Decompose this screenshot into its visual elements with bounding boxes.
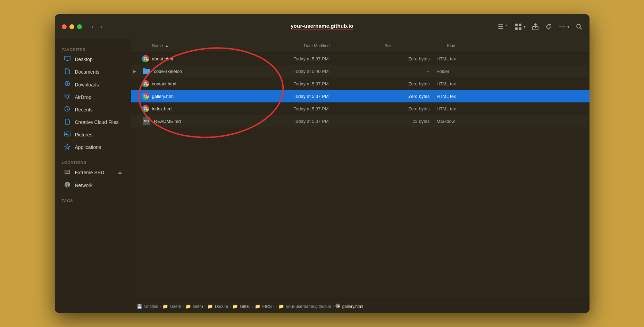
maximize-button[interactable] xyxy=(77,24,82,29)
breadcrumb-separator: › xyxy=(204,304,206,309)
file-name-col: MD README.md xyxy=(138,116,291,126)
breadcrumb-item[interactable]: 📁 Docum xyxy=(207,304,228,309)
breadcrumb-separator: › xyxy=(252,304,253,309)
breadcrumb-item[interactable]: 📁 instru xyxy=(185,304,203,309)
documents-label: Documents xyxy=(75,69,100,75)
breadcrumb-label: gallery.html xyxy=(342,304,363,309)
file-name: code-skeleton xyxy=(154,69,182,74)
file-kind: HTML tex xyxy=(437,56,589,61)
svg-point-8 xyxy=(563,26,564,27)
file-size: 22 bytes xyxy=(374,119,437,124)
folder-icon: 📁 xyxy=(185,304,191,309)
breadcrumb-separator: › xyxy=(333,304,334,309)
sidebar: Favorites Desktop Documents xyxy=(55,39,131,313)
md-file-icon: MD xyxy=(142,116,151,126)
file-size: Zero bytes xyxy=(374,94,437,99)
breadcrumb-label: your-username.github.io xyxy=(286,304,331,309)
sidebar-item-desktop[interactable]: Desktop xyxy=(57,53,129,65)
col-kind-header[interactable]: Kind xyxy=(447,43,589,48)
sidebar-item-recents[interactable]: Recents xyxy=(57,103,129,116)
table-row[interactable]: gallery.html Today at 5:37 PM Zero bytes… xyxy=(131,90,589,102)
breadcrumb-separator: › xyxy=(183,304,184,309)
table-row[interactable]: contact.html Today at 5:37 PM Zero bytes… xyxy=(131,77,589,90)
breadcrumb-label: FIRST xyxy=(262,304,275,309)
column-headers: Name ▲ Date Modified Size Kind xyxy=(131,39,589,52)
chrome-breadcrumb-icon xyxy=(335,303,340,309)
chrome-file-icon xyxy=(142,92,149,100)
chrome-file-icon xyxy=(142,55,149,62)
traffic-lights xyxy=(62,24,82,29)
file-kind: Folder xyxy=(437,69,589,74)
breadcrumb-item[interactable]: 💾 Untitled xyxy=(137,304,159,309)
disk-icon: 💾 xyxy=(137,304,142,309)
col-size-header[interactable]: Size xyxy=(385,43,447,48)
col-name-header[interactable]: Name ▲ xyxy=(131,43,301,48)
file-name: gallery.html xyxy=(152,94,175,99)
expand-arrow[interactable]: ▶ xyxy=(131,69,138,74)
creative-cloud-label: Creative Cloud Files xyxy=(75,119,119,125)
sidebar-item-documents[interactable]: Documents xyxy=(57,66,129,78)
svg-rect-0 xyxy=(515,24,518,26)
airdrop-label: AirDrop xyxy=(75,94,91,100)
back-button[interactable]: ‹ xyxy=(89,22,97,32)
file-date: Today at 5:37 PM xyxy=(291,81,374,86)
file-name: contact.html xyxy=(152,81,176,86)
file-name-col: about.html xyxy=(138,55,291,62)
applications-label: Applications xyxy=(75,144,101,150)
table-row[interactable]: about.html Today at 5:37 PM Zero bytes H… xyxy=(131,52,589,65)
breadcrumb-item[interactable]: 📁 FIRST xyxy=(255,304,275,309)
recents-label: Recents xyxy=(75,107,93,112)
breadcrumb-item-active[interactable]: gallery.html xyxy=(335,303,363,309)
col-date-header[interactable]: Date Modified xyxy=(301,43,385,48)
table-row[interactable]: ▶ code-skeleton Today at 5:40 PM - xyxy=(131,65,589,77)
breadcrumb-separator: › xyxy=(160,304,161,309)
svg-rect-2 xyxy=(515,27,518,30)
close-button[interactable] xyxy=(62,24,67,29)
breadcrumb-label: GitHu xyxy=(240,304,251,309)
nav-buttons: ‹ › xyxy=(89,22,106,32)
svg-point-7 xyxy=(561,26,562,27)
pictures-icon xyxy=(64,131,71,138)
sidebar-item-airdrop[interactable]: AirDrop xyxy=(57,91,129,103)
sidebar-item-applications[interactable]: Applications xyxy=(57,141,129,153)
window-title: your-username.github.io xyxy=(291,23,353,29)
svg-point-27 xyxy=(144,95,147,97)
sidebar-item-extreme-ssd[interactable]: Extreme SSD ⏏ xyxy=(57,166,129,179)
more-icon[interactable]: ▾ xyxy=(558,23,569,30)
minimize-button[interactable] xyxy=(69,24,74,29)
forward-button[interactable]: › xyxy=(98,22,106,32)
folder-icon: 📁 xyxy=(162,304,168,309)
statusbar: 💾 Untitled › 📁 Users › 📁 instru › xyxy=(131,300,589,313)
breadcrumb-label: Untitled xyxy=(144,304,159,309)
file-date: Today at 5:37 PM xyxy=(291,119,374,124)
breadcrumb-item[interactable]: 📁 Users xyxy=(162,304,181,309)
search-icon[interactable] xyxy=(576,23,583,30)
downloads-label: Downloads xyxy=(75,82,99,87)
svg-point-30 xyxy=(144,108,147,110)
airdrop-icon xyxy=(64,94,71,101)
main-content: Favorites Desktop Documents xyxy=(55,39,589,313)
svg-point-33 xyxy=(337,305,338,307)
eject-icon[interactable]: ⏏ xyxy=(118,170,122,175)
md-icon: MD xyxy=(143,117,150,125)
sidebar-item-creative-cloud[interactable]: Creative Cloud Files xyxy=(57,116,129,128)
file-name: index.html xyxy=(152,106,173,111)
file-size: Zero bytes xyxy=(374,106,437,111)
svg-point-24 xyxy=(144,83,147,85)
table-row[interactable]: MD README.md Today at 5:37 PM 22 bytes M… xyxy=(131,115,589,127)
breadcrumb-item[interactable]: 📁 GitHu xyxy=(232,304,251,309)
tag-icon[interactable] xyxy=(545,23,552,30)
locations-label: Locations xyxy=(55,158,131,166)
sidebar-item-pictures[interactable]: Pictures xyxy=(57,129,129,141)
file-list: about.html Today at 5:37 PM Zero bytes H… xyxy=(131,52,589,300)
table-row[interactable]: index.html Today at 5:37 PM Zero bytes H… xyxy=(131,102,589,115)
svg-point-21 xyxy=(144,58,147,60)
grid-view-icon[interactable]: ▾ xyxy=(515,23,526,31)
sidebar-item-network[interactable]: Network xyxy=(57,179,129,192)
sidebar-item-downloads[interactable]: Downloads xyxy=(57,78,129,91)
file-area-wrapper: Name ▲ Date Modified Size Kind xyxy=(131,39,589,313)
share-icon[interactable] xyxy=(532,23,539,31)
finder-window: ‹ › your-username.github.io ☰ ⌃ ▾ xyxy=(55,14,589,313)
breadcrumb-item[interactable]: 📁 your-username.github.io xyxy=(278,304,331,309)
list-view-icon[interactable]: ☰ ⌃ xyxy=(498,23,508,31)
